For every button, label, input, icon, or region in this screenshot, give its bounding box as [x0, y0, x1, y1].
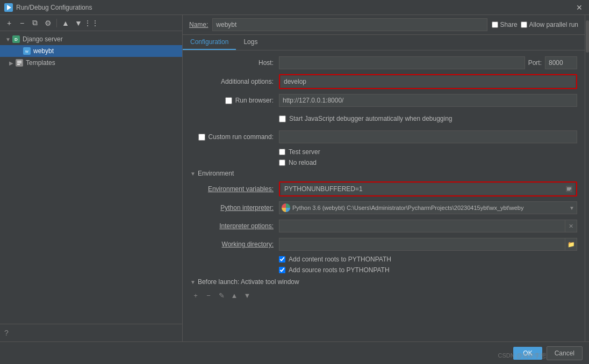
- before-launch-toolbar: + − ✎ ▲ ▼: [190, 290, 577, 301]
- python-interpreter-select[interactable]: Python 3.6 (webybt) C:\Users\Administrat…: [279, 201, 577, 214]
- tabs-bar: Configuration Logs: [183, 35, 585, 50]
- name-label: Name:: [189, 21, 208, 28]
- move-up-button[interactable]: ▲: [60, 17, 71, 29]
- copy-config-button[interactable]: ⧉: [29, 17, 41, 29]
- environment-arrow-icon: ▼: [190, 171, 196, 177]
- interpreter-options-input[interactable]: [279, 220, 565, 232]
- move-down-button[interactable]: ▼: [73, 17, 84, 29]
- js-debugger-row: Start JavaScript debugger automatically …: [190, 112, 577, 126]
- dialog-body: + − ⧉ ⚙ ▲ ▼ ⋮⋮ ▼ D Django server: [0, 15, 589, 341]
- dialog-container: Run/Debug Configurations ✕ + − ⧉ ⚙ ▲ ▼ ⋮…: [0, 0, 589, 364]
- interpreter-options-label: Interpreter options:: [190, 222, 279, 230]
- more-button[interactable]: ⋮⋮: [85, 17, 97, 29]
- title-bar: Run/Debug Configurations ✕: [0, 0, 589, 15]
- add-content-roots-checkbox[interactable]: [279, 256, 285, 263]
- add-content-roots-row: Add content roots to PYTHONPATH: [190, 256, 577, 263]
- additional-options-label: Additional options:: [190, 78, 279, 85]
- run-browser-input[interactable]: [279, 94, 577, 107]
- scrollbar[interactable]: [585, 15, 589, 341]
- share-checkbox-label[interactable]: Share: [492, 21, 518, 28]
- interpreter-options-btn[interactable]: ✕: [565, 220, 577, 232]
- tab-logs[interactable]: Logs: [236, 35, 265, 50]
- settings-config-button[interactable]: ⚙: [42, 17, 54, 29]
- js-debugger-checkbox[interactable]: [279, 115, 286, 122]
- share-area: Share Allow parallel run: [492, 21, 578, 28]
- custom-run-input[interactable]: [279, 130, 577, 143]
- env-variables-row: Environment variables:: [190, 181, 577, 196]
- before-launch-down-btn[interactable]: ▼: [242, 290, 253, 301]
- no-reload-label: No reload: [289, 159, 317, 166]
- test-server-checkbox[interactable]: [279, 149, 285, 155]
- cancel-button[interactable]: Cancel: [547, 346, 583, 360]
- name-bar: Name: Share Allow parallel run: [183, 15, 585, 35]
- scrollbar-thumb[interactable]: [586, 20, 589, 53]
- tree-group-label: Django server: [23, 35, 63, 43]
- custom-run-row: Custom run command:: [190, 130, 577, 144]
- help-icon[interactable]: ?: [4, 329, 9, 337]
- no-reload-row: No reload: [190, 159, 577, 166]
- env-variables-highlight: [279, 181, 577, 196]
- before-launch-title: Before launch: Activate tool window: [198, 278, 299, 286]
- python-interpreter-icon: [282, 203, 290, 212]
- django-icon: D: [12, 35, 20, 43]
- run-browser-checkbox[interactable]: [225, 97, 232, 104]
- interpreter-dropdown-icon: ▼: [569, 205, 574, 211]
- templates-icon: [15, 59, 24, 67]
- environment-section-header: ▼ Environment: [190, 170, 577, 177]
- title-bar-text: Run/Debug Configurations: [16, 4, 574, 11]
- additional-options-input[interactable]: [281, 76, 576, 88]
- before-launch-remove-btn[interactable]: −: [203, 290, 214, 301]
- add-config-button[interactable]: +: [3, 17, 15, 29]
- working-directory-row: Working directory: 📁: [190, 237, 577, 251]
- python-interpreter-row: Python interpreter: Python 3.6 (webybt) …: [190, 201, 577, 215]
- add-source-roots-checkbox[interactable]: [279, 267, 285, 273]
- host-label: Host:: [190, 59, 279, 67]
- before-launch-add-btn[interactable]: +: [190, 290, 201, 301]
- templates-label: Templates: [26, 59, 55, 67]
- port-label: Port:: [528, 59, 542, 67]
- before-launch-edit-btn[interactable]: ✎: [216, 290, 227, 301]
- toolbar: + − ⧉ ⚙ ▲ ▼ ⋮⋮: [0, 15, 182, 31]
- add-content-roots-label: Add content roots to PYTHONPATH: [289, 256, 391, 263]
- share-checkbox[interactable]: [492, 21, 498, 28]
- host-port-group: Port:: [279, 56, 577, 69]
- test-server-row: Test server: [190, 148, 577, 156]
- close-button[interactable]: ✕: [574, 2, 585, 13]
- parallel-checkbox[interactable]: [521, 21, 527, 28]
- before-launch-header: ▼ Before launch: Activate tool window: [190, 278, 577, 286]
- tab-configuration[interactable]: Configuration: [183, 35, 236, 50]
- custom-run-checkbox[interactable]: [198, 134, 205, 141]
- host-row: Host: Port:: [190, 56, 577, 70]
- name-input[interactable]: [212, 18, 487, 31]
- before-launch-arrow-icon: ▼: [190, 279, 196, 285]
- parallel-checkbox-label[interactable]: Allow parallel run: [521, 21, 578, 28]
- tree-item-webybt[interactable]: ▶ w webybt: [0, 45, 182, 57]
- right-panel: Name: Share Allow parallel run Configura…: [183, 15, 585, 341]
- tree-group-django[interactable]: ▼ D Django server: [0, 33, 182, 45]
- before-launch-section: ▼ Before launch: Activate tool window + …: [190, 278, 577, 301]
- add-source-roots-row: Add source roots to PYTHONPATH: [190, 266, 577, 274]
- interpreter-options-row: Interpreter options: ✕: [190, 219, 577, 233]
- environment-section-title: Environment: [198, 170, 234, 177]
- host-input[interactable]: [279, 56, 525, 69]
- left-panel: + − ⧉ ⚙ ▲ ▼ ⋮⋮ ▼ D Django server: [0, 15, 183, 341]
- watermark: CSDN @我辈李想: [498, 352, 546, 360]
- working-directory-btn[interactable]: 📁: [565, 238, 577, 251]
- js-debugger-label: Start JavaScript debugger automatically …: [289, 115, 452, 122]
- tree-item-templates[interactable]: ▶ Templates: [0, 57, 182, 69]
- env-edit-button[interactable]: [563, 183, 575, 195]
- env-variables-input[interactable]: [281, 183, 563, 195]
- additional-options-highlight: [279, 74, 577, 89]
- no-reload-checkbox[interactable]: [279, 159, 285, 166]
- before-launch-up-btn[interactable]: ▲: [229, 290, 240, 301]
- run-debug-icon: [4, 3, 13, 12]
- working-directory-input[interactable]: [279, 238, 565, 251]
- test-server-label: Test server: [289, 148, 320, 156]
- templates-arrow-icon: ▶: [8, 59, 15, 67]
- tree-item-label: webybt: [33, 47, 54, 55]
- remove-config-button[interactable]: −: [16, 17, 28, 29]
- port-input[interactable]: [545, 56, 577, 69]
- interpreter-text: Python 3.6 (webybt) C:\Users\Administrat…: [292, 205, 569, 211]
- add-source-roots-label: Add source roots to PYTHONPATH: [289, 266, 390, 274]
- config-content: Host: Port: Additional options:: [183, 50, 585, 341]
